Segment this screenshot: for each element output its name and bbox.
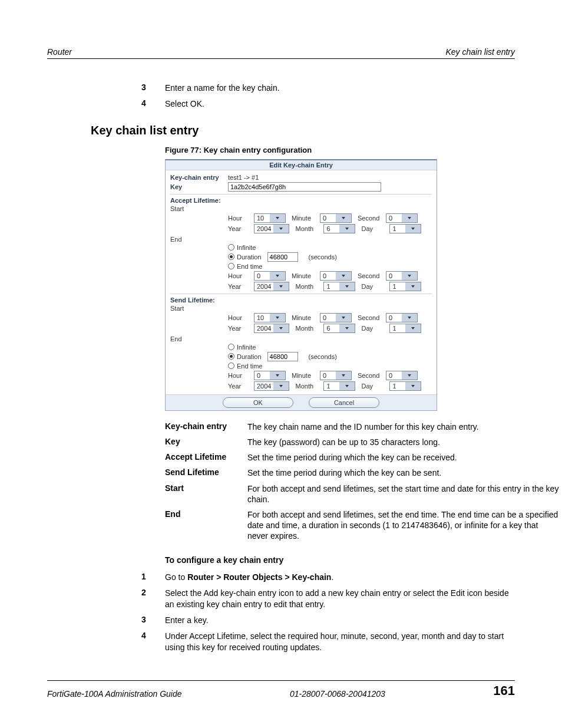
send-start-day-select[interactable]: 1 [389, 324, 421, 333]
step-text: Enter a name for the key chain. [165, 83, 515, 94]
year-label: Year [228, 283, 254, 290]
chevron-down-icon [339, 324, 355, 332]
accept-end-second-select[interactable]: 0 [386, 271, 418, 281]
def-desc: Set the time period during which the key… [247, 467, 560, 478]
chevron-down-icon [270, 314, 285, 322]
send-start-month-select[interactable]: 6 [323, 324, 355, 333]
send-start-year-select[interactable]: 2004 [254, 324, 289, 333]
step-text: Select the Add key-chain entry icon to a… [165, 588, 515, 610]
header-left: Router [47, 47, 72, 57]
accept-lifetime-label: Accept Lifetime: [170, 197, 432, 204]
def-term: Key [165, 437, 247, 447]
cancel-button[interactable]: Cancel [309, 397, 379, 408]
send-end-year-select[interactable]: 2004 [254, 381, 289, 391]
chevron-down-icon [273, 324, 289, 332]
second-label: Second [358, 272, 386, 279]
configure-heading: To configure a key chain entry [165, 555, 515, 565]
month-label: Month [295, 383, 323, 390]
send-end-day-select[interactable]: 1 [389, 381, 421, 391]
entry-value: test1 -> #1 [228, 174, 432, 181]
minute-label: Minute [292, 272, 320, 279]
hour-label: Hour [228, 314, 254, 321]
send-end-duration-radio[interactable] [228, 353, 234, 360]
accept-end-endtime-radio[interactable] [228, 263, 234, 269]
accept-start-second-select[interactable]: 0 [386, 213, 418, 223]
second-label: Second [358, 372, 386, 379]
minute-label: Minute [292, 215, 320, 222]
send-end-infinite-radio[interactable] [228, 344, 234, 350]
intro-steps: 3 Enter a name for the key chain. 4 Sele… [141, 83, 515, 110]
accept-end-month-select[interactable]: 1 [323, 282, 355, 291]
year-label: Year [228, 225, 254, 232]
seconds-label: (seconds) [309, 253, 337, 261]
month-label: Month [295, 225, 323, 232]
send-start-hour-select[interactable]: 10 [254, 313, 286, 322]
endtime-label: End time [237, 263, 262, 270]
accept-end-infinite-radio[interactable] [228, 244, 234, 251]
keychain-config-panel: Edit Key-chain Entry Key-chain entry tes… [165, 159, 437, 411]
day-label: Day [361, 225, 389, 232]
step-number: 4 [141, 631, 165, 653]
entry-label: Key-chain entry [170, 174, 228, 181]
accept-end-hour-select[interactable]: 0 [254, 271, 286, 281]
accept-start-hour-select[interactable]: 10 [254, 213, 286, 223]
accept-end-minute-select[interactable]: 0 [320, 271, 352, 281]
day-label: Day [361, 383, 389, 390]
chevron-down-icon [402, 371, 417, 380]
send-end-endtime-radio[interactable] [228, 363, 234, 369]
def-term: Accept Lifetime [165, 452, 247, 463]
send-start-second-select[interactable]: 0 [386, 313, 418, 322]
chevron-down-icon [336, 314, 351, 322]
send-end-second-select[interactable]: 0 [386, 371, 418, 380]
chevron-down-icon [336, 272, 351, 280]
year-label: Year [228, 383, 254, 390]
step-number: 3 [141, 615, 165, 626]
accept-end-day-select[interactable]: 1 [389, 282, 421, 291]
minute-label: Minute [292, 314, 320, 321]
footer-left: FortiGate-100A Administration Guide [47, 689, 182, 699]
accept-end-duration-radio[interactable] [228, 253, 234, 260]
minute-label: Minute [292, 372, 320, 379]
accept-end-duration-input[interactable] [267, 252, 298, 262]
duration-label: Duration [237, 353, 262, 360]
figure-caption: Figure 77: Key chain entry configuration [165, 146, 515, 154]
def-desc: For both accept and send lifetimes, set … [247, 483, 560, 505]
configure-steps: 1 Go to Router > Router Objects > Key-ch… [141, 572, 515, 653]
month-label: Month [295, 283, 323, 290]
chevron-down-icon [273, 225, 289, 233]
send-end-duration-input[interactable] [267, 352, 298, 361]
ok-button[interactable]: OK [223, 397, 293, 408]
duration-label: Duration [237, 253, 262, 261]
accept-start-day-select[interactable]: 1 [389, 224, 421, 233]
accept-start-minute-select[interactable]: 0 [320, 213, 352, 223]
accept-end-year-select[interactable]: 2004 [254, 282, 289, 291]
day-label: Day [361, 325, 389, 332]
key-input[interactable] [228, 182, 381, 192]
chevron-down-icon [339, 382, 355, 390]
step-number: 4 [141, 98, 165, 110]
second-label: Second [358, 314, 386, 321]
chevron-down-icon [270, 371, 285, 380]
accept-start-month-select[interactable]: 6 [323, 224, 355, 233]
accept-start-year-select[interactable]: 2004 [254, 224, 289, 233]
seconds-label: (seconds) [309, 353, 337, 360]
hour-label: Hour [228, 372, 254, 379]
chevron-down-icon [402, 214, 417, 222]
chevron-down-icon [405, 282, 421, 291]
page-number: 161 [493, 683, 515, 699]
step-text: Under Accept Lifetime, select the requir… [165, 631, 515, 653]
day-label: Day [361, 283, 389, 290]
send-end-minute-select[interactable]: 0 [320, 371, 352, 380]
def-desc: For both accept and send lifetimes, set … [247, 509, 560, 542]
chevron-down-icon [339, 225, 355, 233]
chevron-down-icon [336, 214, 351, 222]
def-desc: The key chain name and the ID number for… [247, 421, 560, 432]
chevron-down-icon [402, 272, 417, 280]
hour-label: Hour [228, 215, 254, 222]
send-start-minute-select[interactable]: 0 [320, 313, 352, 322]
send-end-month-select[interactable]: 1 [323, 381, 355, 391]
def-desc: Set the time period during which the key… [247, 452, 560, 463]
chevron-down-icon [405, 324, 421, 332]
send-end-hour-select[interactable]: 0 [254, 371, 286, 380]
def-desc: The key (password) can be up to 35 chara… [247, 437, 560, 447]
